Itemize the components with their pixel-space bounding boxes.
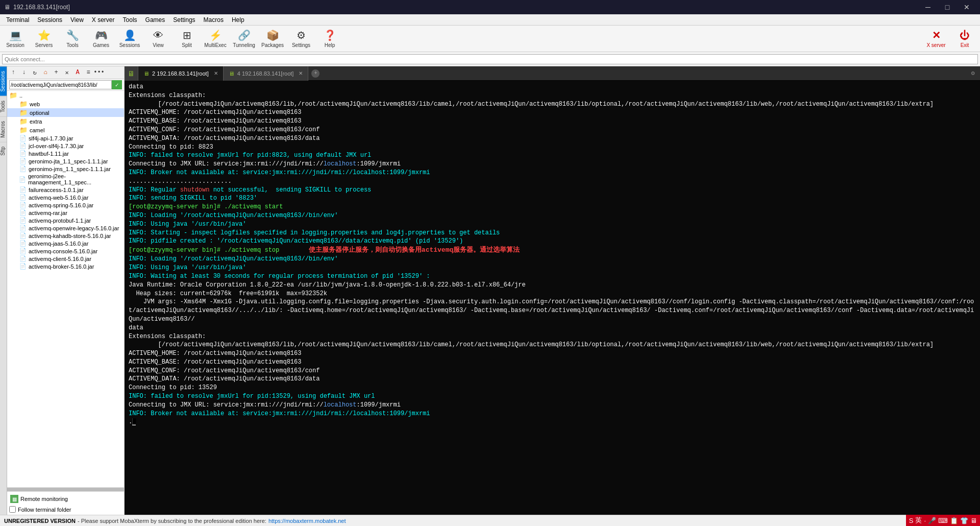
menu-help[interactable]: Help bbox=[228, 15, 249, 25]
toolbar-multiexec[interactable]: ⚡ MultiExec bbox=[202, 27, 229, 51]
follow-folder-checkbox[interactable] bbox=[9, 506, 16, 513]
path-input[interactable] bbox=[9, 80, 112, 89]
tree-item-dotdot[interactable]: 📁 .. bbox=[7, 91, 124, 100]
toolbar-session[interactable]: 💻 Session bbox=[2, 27, 29, 51]
tree-item-activemq-rar[interactable]: 📄 activemq-rar.jar bbox=[7, 209, 124, 217]
remote-monitoring-label: Remote monitoring bbox=[20, 496, 68, 502]
monitor2-icon[interactable]: 🖥 bbox=[970, 517, 977, 524]
menu-view[interactable]: View bbox=[66, 15, 88, 25]
tree-item-activemq-jaas[interactable]: 📄 activemq-jaas-5.16.0.jar bbox=[7, 240, 124, 247]
toolbar-help[interactable]: ❓ Help bbox=[316, 27, 343, 51]
tree-item-activemq-web[interactable]: 📄 activemq-web-5.16.0.jar bbox=[7, 194, 124, 201]
toolbar-tunneling[interactable]: 🔗 Tunneling bbox=[231, 27, 257, 51]
tree-item-geronimo-jta[interactable]: 📄 geronimo-jta_1.1_spec-1.1.1.jar bbox=[7, 157, 124, 165]
vtab-tools[interactable]: Tools bbox=[0, 96, 7, 116]
filetree-scrollbar[interactable] bbox=[7, 487, 124, 491]
clipboard-icon[interactable]: 📋 bbox=[950, 517, 958, 524]
status-link[interactable]: https://mobaxterm.mobatek.net bbox=[268, 518, 346, 524]
ft-dotfiles-btn[interactable]: ••• bbox=[94, 67, 104, 78]
tree-item-label: .. bbox=[19, 92, 22, 99]
toolbar-xserver-right[interactable]: ✕ X server bbox=[923, 27, 949, 51]
remote-monitoring[interactable]: ▦ Remote monitoring bbox=[9, 494, 122, 504]
tab-2[interactable]: 🖥 2 192.168.83.141[root] ✕ bbox=[138, 66, 224, 81]
toolbar-packages[interactable]: 📦 Packages bbox=[259, 27, 286, 51]
ft-up-btn[interactable]: ↑ bbox=[8, 67, 18, 78]
tree-item-failureaccess[interactable]: 📄 failureaccess-1.0.1.jar bbox=[7, 186, 124, 194]
ft-open-btn[interactable]: A bbox=[72, 67, 83, 78]
quickconnect-input[interactable] bbox=[2, 54, 978, 64]
toolbar-games[interactable]: 🎮 Games bbox=[88, 27, 114, 51]
mic-icon[interactable]: 🎤 bbox=[928, 517, 936, 524]
tree-item-geronimo-jms[interactable]: 📄 geronimo-jms_1.1_spec-1.1.1.jar bbox=[7, 165, 124, 173]
vtab-macros[interactable]: Macros bbox=[0, 116, 7, 142]
tree-item-activemq-spring[interactable]: 📄 activemq-spring-5.16.0.jar bbox=[7, 201, 124, 209]
term-line: Connecting to JMX URL: service:jmx:rmi:/… bbox=[129, 160, 976, 169]
tree-item-activemq-broker[interactable]: 📄 activemq-broker-5.16.0.jar bbox=[7, 262, 124, 270]
toolbar-sessions-label: Sessions bbox=[119, 42, 140, 48]
sougou-icon[interactable]: S bbox=[909, 517, 914, 524]
toolbar-exit[interactable]: ⏻ Exit bbox=[951, 27, 978, 51]
menu-macros[interactable]: Macros bbox=[200, 15, 228, 25]
tree-item-extra[interactable]: 📁 extra bbox=[7, 117, 124, 126]
vtab-sftp[interactable]: Sftp bbox=[0, 142, 7, 160]
tab4-close[interactable]: ✕ bbox=[299, 70, 303, 76]
tree-item-camel[interactable]: 📁 camel bbox=[7, 126, 124, 134]
toolbar-view[interactable]: 👁 View bbox=[145, 27, 172, 51]
tree-item-activemq-console[interactable]: 📄 activemq-console-5.16.0.jar bbox=[7, 247, 124, 255]
minimize-button[interactable]: ─ bbox=[919, 2, 937, 12]
toolbar-sessions[interactable]: 👤 Sessions bbox=[116, 27, 143, 51]
menu-sessions[interactable]: Sessions bbox=[33, 15, 66, 25]
keyboard-icon[interactable]: ⌨ bbox=[938, 517, 948, 524]
xserver-right-icon: ✕ bbox=[932, 29, 941, 41]
tree-item-activemq-protobuf[interactable]: 📄 activemq-protobuf-1.1.jar bbox=[7, 217, 124, 224]
tab-4[interactable]: 🖥 4 192.168.83.141[root] ✕ bbox=[224, 66, 309, 81]
shirt-icon[interactable]: 👕 bbox=[960, 517, 968, 524]
tree-item-activemq-kahadb[interactable]: 📄 activemq-kahadb-store-5.16.0.jar bbox=[7, 232, 124, 240]
filetree-content[interactable]: 📁 .. 📁 web 📁 optional 📁 extra bbox=[7, 91, 124, 487]
left-sidebar: Sessions Tools Macros Sftp ↑ ↓ ↻ ⌂ + ✕ A… bbox=[0, 66, 125, 515]
maximize-button[interactable]: □ bbox=[938, 2, 957, 12]
terminal-output[interactable]: data Extensions classpath: [/root/active… bbox=[125, 81, 980, 515]
menu-terminal[interactable]: Terminal bbox=[2, 15, 33, 25]
tree-item-web[interactable]: 📁 web bbox=[7, 100, 124, 108]
file-icon: 📄 bbox=[19, 263, 27, 270]
file-icon: 📄 bbox=[19, 158, 27, 164]
toolbar-settings[interactable]: ⚙ Settings bbox=[288, 27, 314, 51]
toolbar-xserver-right-label: X server bbox=[926, 42, 945, 48]
ft-delete-btn[interactable]: ✕ bbox=[62, 67, 72, 78]
exit-icon: ⏻ bbox=[960, 30, 970, 41]
toolbar-tools[interactable]: 🔧 Tools bbox=[59, 27, 86, 51]
tree-item-optional[interactable]: 📁 optional bbox=[7, 108, 124, 117]
close-button[interactable]: ✕ bbox=[958, 2, 976, 12]
folder-icon: 📁 bbox=[9, 91, 17, 99]
ft-newfile-btn[interactable]: + bbox=[51, 67, 61, 78]
toolbar-packages-label: Packages bbox=[261, 42, 284, 48]
tree-item-geronimo-j2ee[interactable]: 📄 geronimo-j2ee-management_1.1_spec... bbox=[7, 173, 124, 186]
menu-tools[interactable]: Tools bbox=[119, 15, 141, 25]
toolbar-split[interactable]: ⊞ Split bbox=[174, 27, 200, 51]
tree-item-hawtbuf[interactable]: 📄 hawtbuf-1.11.jar bbox=[7, 150, 124, 157]
ft-down-btn[interactable]: ↓ bbox=[19, 67, 29, 78]
tab2-close[interactable]: ✕ bbox=[214, 70, 218, 76]
menu-games[interactable]: Games bbox=[141, 15, 169, 25]
lang-icon[interactable]: 英 bbox=[915, 516, 922, 525]
path-ok-button[interactable]: ✓ bbox=[112, 80, 122, 89]
tab-settings-button[interactable]: ⚙ bbox=[966, 66, 980, 81]
tree-item-jcl[interactable]: 📄 jcl-over-slf4j-1.7.30.jar bbox=[7, 142, 124, 150]
follow-terminal-folder[interactable]: Follow terminal folder bbox=[9, 506, 122, 513]
tree-item-slf4j[interactable]: 📄 slf4j-api-1.7.30.jar bbox=[7, 134, 124, 142]
dot-icon[interactable]: · bbox=[924, 517, 926, 524]
vtab-sessions[interactable]: Sessions bbox=[0, 66, 7, 96]
status-unregistered: UNREGISTERED VERSION bbox=[4, 518, 76, 524]
tree-item-label: activemq-openwire-legacy-5.16.0.jar bbox=[29, 225, 119, 231]
menu-settings[interactable]: Settings bbox=[169, 15, 199, 25]
ft-refresh-btn[interactable]: ↻ bbox=[30, 67, 40, 78]
toolbar-servers[interactable]: ⭐ Servers bbox=[31, 27, 57, 51]
tree-item-activemq-client[interactable]: 📄 activemq-client-5.16.0.jar bbox=[7, 255, 124, 262]
tab-new-icon[interactable]: 🖥 bbox=[125, 66, 138, 81]
ft-view-btn[interactable]: ≡ bbox=[83, 67, 93, 78]
new-tab-button[interactable]: + bbox=[308, 66, 323, 81]
tree-item-activemq-openwire[interactable]: 📄 activemq-openwire-legacy-5.16.0.jar bbox=[7, 224, 124, 232]
menu-xserver[interactable]: X server bbox=[88, 15, 119, 25]
ft-home-btn[interactable]: ⌂ bbox=[40, 67, 51, 78]
